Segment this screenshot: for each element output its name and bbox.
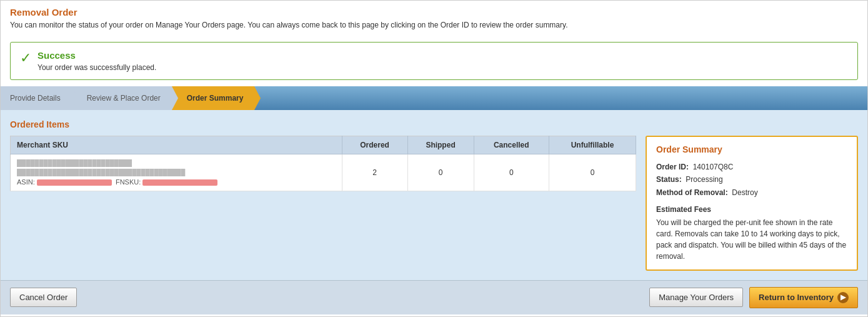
- return-to-inventory-label: Return to Inventory: [759, 293, 834, 302]
- summary-details: Order ID: 140107Q8C Status: Processing M…: [656, 161, 847, 199]
- status-value: Processing: [686, 175, 722, 184]
- page-subtitle: You can monitor the status of your order…: [10, 20, 858, 31]
- success-icon: ✓: [20, 51, 31, 65]
- cell-cancelled: 0: [474, 154, 549, 191]
- main-content: Ordered Items Merchant SKU Ordered Shipp…: [1, 110, 867, 280]
- step-order-summary-label: Order Summary: [187, 94, 244, 103]
- ordered-items-title: Ordered Items: [10, 119, 858, 129]
- order-summary-box: Order Summary Order ID: 140107Q8C Status…: [646, 136, 858, 271]
- cell-shipped: 0: [407, 154, 474, 191]
- order-id-value: 140107Q8C: [693, 163, 734, 171]
- cancel-order-button[interactable]: Cancel Order: [10, 288, 77, 307]
- step-review-place-order[interactable]: Review & Place Order: [72, 86, 172, 110]
- cell-unfulfillable: 0: [549, 154, 636, 191]
- step-order-summary[interactable]: Order Summary: [172, 86, 255, 110]
- col-shipped: Shipped: [407, 136, 474, 154]
- success-title: Success: [37, 50, 156, 61]
- col-merchant-sku: Merchant SKU: [11, 136, 342, 154]
- status-label: Status:: [656, 175, 682, 184]
- footer-right: Manage Your Orders Return to Inventory ▶: [649, 287, 858, 308]
- method-value: Destroy: [732, 188, 757, 197]
- estimated-fees-text: You will be charged the per-unit fee sho…: [656, 217, 847, 262]
- order-id-label: Order ID:: [656, 163, 689, 171]
- manage-orders-button[interactable]: Manage Your Orders: [649, 288, 743, 307]
- fnsku-redacted: [142, 179, 217, 186]
- method-label: Method of Removal:: [656, 188, 728, 197]
- page-title: Removal Order: [10, 7, 858, 18]
- sku-line-1: ██████████████████████████: [17, 158, 336, 168]
- footer-bar: Cancel Order Manage Your Orders Return t…: [1, 280, 867, 314]
- success-box: ✓ Success Your order was successfully pl…: [10, 42, 858, 80]
- cell-ordered: 2: [342, 154, 407, 191]
- success-message: Your order was successfully placed.: [37, 63, 156, 72]
- col-cancelled: Cancelled: [474, 136, 549, 154]
- step-provide-details-label: Provide Details: [10, 94, 61, 103]
- footer-left: Cancel Order: [10, 288, 77, 307]
- sku-line-3: ASIN: FNSKU:: [17, 177, 336, 188]
- sku-line-2: ██████████████████████████████████████: [17, 168, 336, 177]
- table-header-row: Merchant SKU Ordered Shipped Cancelled U…: [11, 136, 636, 154]
- col-ordered: Ordered: [342, 136, 407, 154]
- table-row: ██████████████████████████ █████████████…: [11, 154, 636, 191]
- col-unfulfillable: Unfulfillable: [549, 136, 636, 154]
- steps-bar: Provide Details Review & Place Order Ord…: [1, 86, 867, 110]
- success-content: Success Your order was successfully plac…: [37, 50, 156, 72]
- return-to-inventory-button[interactable]: Return to Inventory ▶: [749, 287, 858, 308]
- asin-redacted: [37, 179, 112, 186]
- order-summary-box-title: Order Summary: [656, 144, 847, 154]
- arrow-right-icon: ▶: [837, 292, 849, 303]
- estimated-fees-title: Estimated Fees: [656, 205, 847, 214]
- step-provide-details[interactable]: Provide Details: [1, 86, 72, 110]
- table-section: Merchant SKU Ordered Shipped Cancelled U…: [10, 136, 636, 192]
- sku-cell: ██████████████████████████ █████████████…: [11, 154, 342, 191]
- items-table: Merchant SKU Ordered Shipped Cancelled U…: [10, 136, 636, 192]
- content-layout: Merchant SKU Ordered Shipped Cancelled U…: [10, 136, 858, 271]
- step-review-place-order-label: Review & Place Order: [87, 94, 161, 103]
- top-header: Removal Order You can monitor the status…: [1, 1, 867, 36]
